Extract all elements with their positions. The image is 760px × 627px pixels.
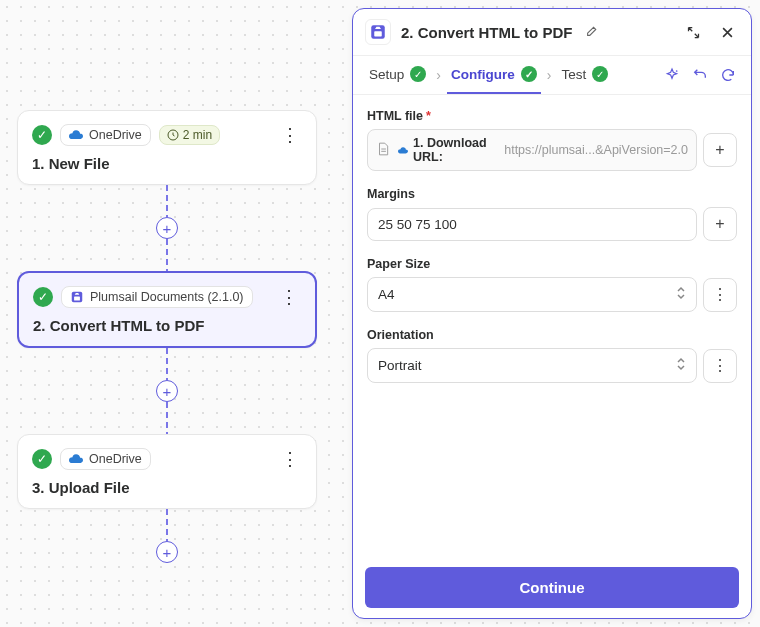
select-value: A4 xyxy=(378,287,395,302)
check-icon: ✓ xyxy=(33,287,53,307)
tab-label: Configure xyxy=(451,67,515,82)
orientation-label: Orientation xyxy=(367,328,737,342)
close-button[interactable] xyxy=(715,20,739,44)
paper-size-label: Paper Size xyxy=(367,257,737,271)
html-file-label: HTML file* xyxy=(367,109,737,123)
node-title: 3. Upload File xyxy=(32,479,302,496)
svg-rect-2 xyxy=(74,296,80,300)
app-label: OneDrive xyxy=(89,128,142,142)
tab-configure[interactable]: Configure ✓ xyxy=(447,56,541,94)
node-menu-button[interactable]: ⋮ xyxy=(278,123,302,147)
check-icon: ✓ xyxy=(32,449,52,469)
document-icon xyxy=(376,141,390,160)
workflow-node-convert-html[interactable]: ✓ Plumsail Documents (2.1.0) ⋮ 2. Conver… xyxy=(17,271,317,348)
updown-icon xyxy=(676,286,686,303)
app-label: OneDrive xyxy=(89,452,142,466)
undo-button[interactable] xyxy=(689,64,711,86)
check-icon: ✓ xyxy=(592,66,608,82)
onedrive-icon xyxy=(69,130,83,140)
chevron-right-icon: › xyxy=(547,67,552,83)
panel-title: 2. Convert HTML to PDF xyxy=(401,24,572,41)
orientation-select[interactable]: Portrait xyxy=(367,348,697,383)
field-menu-button[interactable]: ⋮ xyxy=(703,349,737,383)
plumsail-icon xyxy=(70,290,84,304)
node-menu-button[interactable]: ⋮ xyxy=(278,447,302,471)
clock-icon xyxy=(167,129,179,141)
panel-footer: Continue xyxy=(353,557,751,618)
select-value: Portrait xyxy=(378,358,422,373)
margins-input[interactable] xyxy=(367,208,697,241)
app-label: Plumsail Documents (2.1.0) xyxy=(90,290,244,304)
plumsail-icon xyxy=(365,19,391,45)
margins-label: Margins xyxy=(367,187,737,201)
node-title: 1. New File xyxy=(32,155,302,172)
connector-line xyxy=(166,509,168,541)
edit-title-button[interactable] xyxy=(586,24,599,40)
tab-setup[interactable]: Setup ✓ xyxy=(365,56,430,94)
check-icon: ✓ xyxy=(410,66,426,82)
connector-line xyxy=(166,239,168,271)
expand-button[interactable] xyxy=(681,20,705,44)
onedrive-icon xyxy=(69,454,83,464)
add-step-button[interactable]: + xyxy=(156,217,178,239)
node-title: 2. Convert HTML to PDF xyxy=(33,317,301,334)
step-config-panel: 2. Convert HTML to PDF Setup ✓ › Configu… xyxy=(352,8,752,619)
svg-rect-4 xyxy=(374,31,382,36)
check-icon: ✓ xyxy=(521,66,537,82)
connector-line xyxy=(166,185,168,217)
check-icon: ✓ xyxy=(32,125,52,145)
add-field-button[interactable]: + xyxy=(703,133,737,167)
paper-size-select[interactable]: A4 xyxy=(367,277,697,312)
app-pill-onedrive: OneDrive xyxy=(60,448,151,470)
tab-label: Test xyxy=(561,67,586,82)
timer-pill: 2 min xyxy=(159,125,220,145)
html-file-input[interactable]: 1. Download URL: https://plumsai...&ApiV… xyxy=(367,129,697,171)
app-pill-plumsail: Plumsail Documents (2.1.0) xyxy=(61,286,253,308)
add-step-button[interactable]: + xyxy=(156,380,178,402)
continue-button[interactable]: Continue xyxy=(365,567,739,608)
app-pill-onedrive: OneDrive xyxy=(60,124,151,146)
svg-point-5 xyxy=(676,70,678,72)
chip-url: https://plumsai...&ApiVersion=2.0 xyxy=(504,143,688,157)
mapped-field-chip: 1. Download URL: https://plumsai...&ApiV… xyxy=(398,136,688,164)
workflow-canvas: ✓ OneDrive 2 min ⋮ 1. New File + ✓ Plums… xyxy=(12,110,322,563)
ai-sparkle-button[interactable] xyxy=(661,64,683,86)
panel-header: 2. Convert HTML to PDF xyxy=(353,9,751,56)
tab-label: Setup xyxy=(369,67,404,82)
timer-label: 2 min xyxy=(183,128,212,142)
connector-line xyxy=(166,348,168,380)
node-menu-button[interactable]: ⋮ xyxy=(277,285,301,309)
chevron-right-icon: › xyxy=(436,67,441,83)
refresh-button[interactable] xyxy=(717,64,739,86)
field-menu-button[interactable]: ⋮ xyxy=(703,278,737,312)
config-form: HTML file* 1. Download URL: https://plum… xyxy=(353,95,751,557)
connector-line xyxy=(166,402,168,434)
add-field-button[interactable]: + xyxy=(703,207,737,241)
onedrive-icon xyxy=(398,146,408,155)
tab-test[interactable]: Test ✓ xyxy=(557,56,612,94)
updown-icon xyxy=(676,357,686,374)
workflow-node-upload-file[interactable]: ✓ OneDrive ⋮ 3. Upload File xyxy=(17,434,317,509)
config-tabs: Setup ✓ › Configure ✓ › Test ✓ xyxy=(353,56,751,95)
add-step-button[interactable]: + xyxy=(156,541,178,563)
workflow-node-new-file[interactable]: ✓ OneDrive 2 min ⋮ 1. New File xyxy=(17,110,317,185)
